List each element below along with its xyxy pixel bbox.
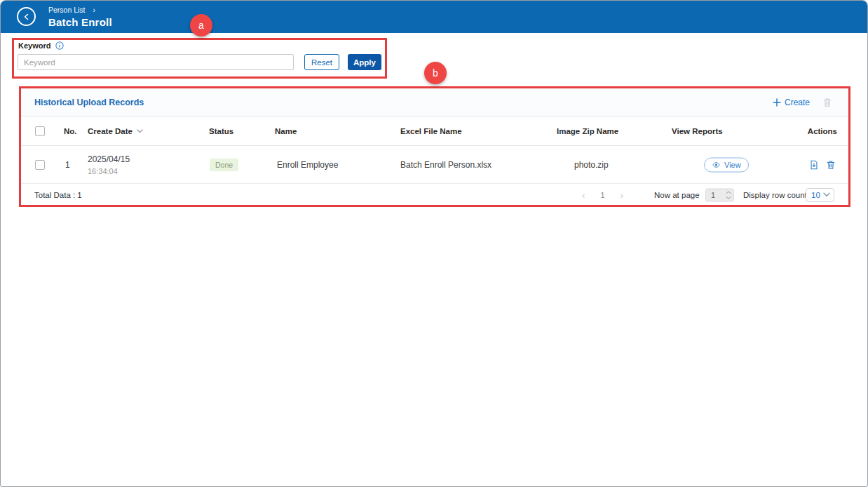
breadcrumb: Person List ›: [48, 6, 95, 14]
top-header-bar: Person List › Batch Enroll: [1, 1, 867, 33]
row-no: 1: [65, 160, 70, 170]
keyword-label: Keyword: [18, 41, 50, 50]
next-page-button[interactable]: ›: [621, 189, 623, 200]
historical-upload-records-panel: Historical Upload Records Create No.: [21, 88, 849, 206]
apply-button[interactable]: Apply: [348, 54, 381, 70]
col-excel-file-name: Excel File Name: [400, 127, 462, 135]
reset-button[interactable]: Reset: [304, 54, 339, 70]
spinner-up-down-icon[interactable]: [726, 190, 731, 199]
col-create-date-label: Create Date: [88, 127, 133, 135]
row-status: Done: [210, 159, 238, 171]
records-title: Historical Upload Records: [34, 98, 144, 107]
now-at-page-label: Now at page: [654, 191, 700, 199]
annotation-bubble-b: b: [424, 62, 447, 84]
display-row-count-label: Display row count: [743, 191, 807, 199]
select-all-checkbox[interactable]: [35, 126, 45, 136]
sort-chevron-down-icon[interactable]: [137, 129, 143, 133]
view-report-label: View: [724, 161, 741, 169]
total-data-label: Total Data : 1: [34, 191, 82, 199]
row-excel-file-name: Batch Enroll Person.xlsx: [400, 160, 491, 170]
row-image-zip-name: photo.zip: [574, 160, 609, 170]
col-image-zip-name: Image Zip Name: [557, 127, 618, 135]
table-header-row: No. Create Date Status Name Excel File N…: [21, 116, 849, 146]
keyword-input[interactable]: [18, 54, 294, 70]
row-create-time-value: 16:34:04: [88, 166, 130, 175]
row-checkbox[interactable]: [35, 160, 45, 170]
info-icon[interactable]: [55, 41, 64, 50]
chevron-left-icon: [23, 13, 30, 20]
row-create-date: 2025/04/15 16:34:04: [88, 154, 130, 175]
breadcrumb-person-list[interactable]: Person List: [48, 6, 86, 14]
page-number[interactable]: 1: [600, 191, 604, 199]
batch-enroll-window: Person List › Batch Enroll Keyword Reset…: [0, 0, 868, 487]
trash-icon: [826, 160, 836, 170]
table-row: 1 2025/04/15 16:34:04 Done Enroll Employ…: [21, 146, 849, 184]
back-button[interactable]: [17, 7, 36, 26]
view-report-button[interactable]: View: [704, 157, 749, 172]
prev-page-button[interactable]: ‹: [582, 189, 585, 200]
col-name: Name: [275, 127, 297, 135]
col-actions: Actions: [808, 127, 837, 135]
row-create-date-value: 2025/04/15: [88, 154, 130, 164]
download-report-button[interactable]: [809, 160, 819, 170]
col-view-reports: View Reports: [672, 127, 723, 135]
bulk-delete-button[interactable]: [822, 98, 832, 107]
col-no: No.: [64, 127, 77, 135]
col-status: Status: [209, 127, 233, 135]
display-row-count-value: 10: [811, 191, 820, 199]
plus-icon: [773, 98, 781, 107]
trash-icon: [822, 98, 832, 107]
page-title: Batch Enroll: [48, 16, 112, 28]
display-row-count-select[interactable]: 10: [806, 188, 834, 202]
create-button[interactable]: Create: [773, 98, 810, 107]
col-create-date[interactable]: Create Date: [88, 127, 143, 135]
row-actions: [809, 160, 836, 170]
pagination: ‹ 1 ›: [582, 189, 623, 200]
row-name: Enroll Employee: [277, 160, 338, 170]
file-download-icon: [809, 160, 819, 170]
delete-row-button[interactable]: [826, 160, 836, 170]
status-badge: Done: [210, 159, 238, 171]
eye-icon: [712, 160, 721, 169]
now-at-page-field: [705, 188, 734, 201]
breadcrumb-separator-icon: ›: [93, 6, 96, 14]
records-titlebar: Historical Upload Records Create: [21, 88, 849, 116]
chevron-down-icon: [823, 192, 830, 197]
table-footer: Total Data : 1 ‹ 1 › Now at page Display…: [21, 184, 849, 206]
create-button-label: Create: [785, 98, 810, 107]
